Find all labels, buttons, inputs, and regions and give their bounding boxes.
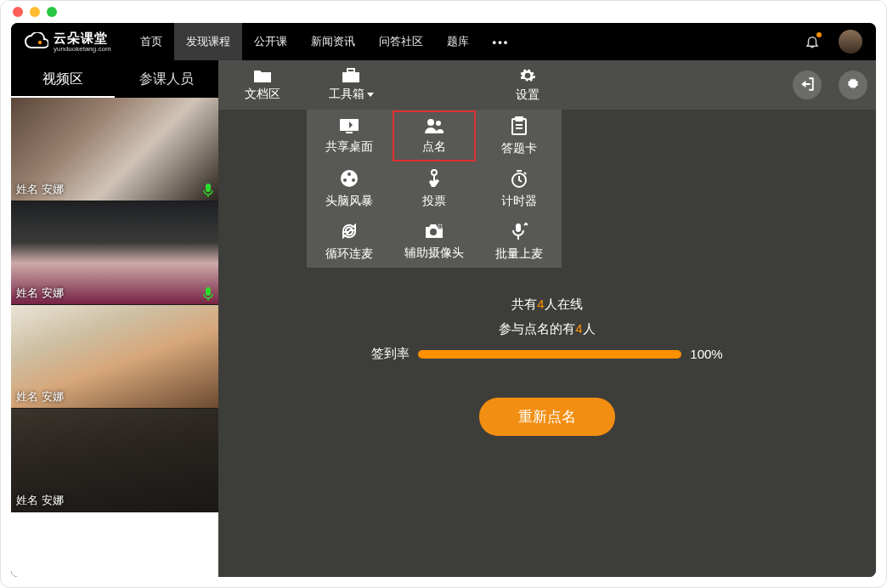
nav-more-button[interactable]: ••• <box>481 36 522 48</box>
mic-up-icon <box>511 222 528 243</box>
menu-timer[interactable]: 计时器 <box>477 162 562 215</box>
signin-rate-row: 签到率 100% <box>371 346 722 362</box>
svg-rect-2 <box>206 287 211 296</box>
menu-answer-card[interactable]: 答题卡 <box>477 110 562 162</box>
menu-aux-camera[interactable]: 辅助摄像头 <box>392 215 477 268</box>
svg-point-0 <box>38 41 42 44</box>
menu-label: 点名 <box>422 139 446 155</box>
exit-icon <box>799 76 815 94</box>
nav-news[interactable]: 新闻资讯 <box>299 23 367 60</box>
tab-participants[interactable]: 参课人员 <box>115 60 218 98</box>
people-icon <box>424 118 444 136</box>
online-count-text: 共有4人在线 <box>511 297 582 313</box>
settings-button[interactable]: 设置 <box>483 60 572 110</box>
screen-share-icon <box>339 118 359 136</box>
settings-gear-button[interactable] <box>839 71 867 99</box>
svg-rect-1 <box>206 184 211 192</box>
content-toolbar: 文档区 工具箱 设置 <box>218 60 876 110</box>
doc-area-button[interactable]: 文档区 <box>218 60 307 110</box>
menu-roll-call[interactable]: 点名 <box>392 110 477 162</box>
tab-video-area[interactable]: 视频区 <box>11 60 115 98</box>
timer-icon <box>510 169 528 190</box>
nav-qa-community[interactable]: 问答社区 <box>367 23 435 60</box>
top-nav: 云朵课堂 yunduoketang.com 首页 发现课程 公开课 新闻资讯 问… <box>11 23 876 60</box>
svg-point-18 <box>430 229 437 235</box>
menu-vote[interactable]: 投票 <box>392 162 477 215</box>
menu-label: 循环连麦 <box>325 246 373 262</box>
svg-rect-7 <box>346 132 353 133</box>
video-tile[interactable] <box>11 512 218 577</box>
svg-rect-20 <box>516 223 521 232</box>
signin-rate-label: 签到率 <box>371 346 410 362</box>
menu-label: 辅助摄像头 <box>404 246 464 261</box>
touch-icon <box>426 169 443 190</box>
menu-label: 答题卡 <box>501 141 537 156</box>
menu-label: 头脑风暴 <box>325 194 373 209</box>
gear-icon <box>519 67 536 84</box>
toolbox-menu: 共享桌面 点名 答题卡 头脑风暴 <box>307 110 562 268</box>
menu-label: 投票 <box>422 194 446 209</box>
svg-rect-11 <box>516 116 523 121</box>
nav-discover-courses[interactable]: 发现课程 <box>174 23 242 60</box>
briefcase-icon <box>342 68 360 83</box>
menu-label: 计时器 <box>501 194 537 209</box>
close-window-button[interactable] <box>13 7 23 17</box>
camera-plus-icon <box>424 223 444 242</box>
menu-brainstorm[interactable]: 头脑风暴 <box>307 162 392 215</box>
video-participant-name: 姓名 安娜 <box>16 389 64 404</box>
svg-rect-4 <box>347 69 354 72</box>
svg-point-13 <box>347 172 351 176</box>
video-tile[interactable]: 姓名 安娜 <box>11 409 218 512</box>
menu-label: 共享桌面 <box>325 139 373 155</box>
video-participant-name: 姓名 安娜 <box>16 493 64 508</box>
toolbox-label: 工具箱 <box>329 87 364 102</box>
card-icon <box>511 116 528 138</box>
nav-question-bank[interactable]: 题库 <box>435 23 481 60</box>
menu-cycle-mic[interactable]: 循环连麦 <box>307 215 392 268</box>
toolbox-button[interactable]: 工具箱 <box>307 60 395 110</box>
settings-label: 设置 <box>516 88 540 103</box>
video-participant-name: 姓名 安娜 <box>16 182 64 197</box>
svg-point-9 <box>436 121 441 126</box>
maximize-window-button[interactable] <box>47 7 57 17</box>
svg-point-8 <box>427 119 434 126</box>
menu-share-screen[interactable]: 共享桌面 <box>307 110 392 162</box>
brand-logo: 云朵课堂 yunduoketang.com <box>25 31 111 53</box>
signin-rate-value: 100% <box>690 347 722 361</box>
video-list: 姓名 安娜 姓名 安娜 姓名 安娜 姓名 安娜 <box>11 98 218 577</box>
notification-dot <box>816 32 822 37</box>
folder-icon <box>253 68 272 83</box>
svg-point-15 <box>352 178 355 182</box>
exit-button[interactable] <box>793 71 822 99</box>
participated-count-text: 参与点名的有4人 <box>499 321 595 337</box>
video-tile[interactable]: 姓名 安娜 <box>11 201 218 305</box>
mic-on-icon <box>203 287 213 301</box>
svg-point-14 <box>343 178 347 182</box>
video-participant-name: 姓名 安娜 <box>16 286 64 301</box>
video-tile[interactable]: 姓名 安娜 <box>11 98 218 201</box>
mic-on-icon <box>203 184 213 197</box>
cycle-icon <box>340 222 359 243</box>
window-titlebar <box>1 1 886 23</box>
video-thumbnail <box>11 512 218 577</box>
film-icon <box>340 169 359 190</box>
cloud-logo-icon <box>25 32 48 51</box>
chevron-down-icon <box>367 93 374 97</box>
svg-rect-3 <box>342 72 359 82</box>
signin-progress-bar <box>418 350 681 359</box>
left-sidebar: 视频区 参课人员 姓名 安娜 姓名 安娜 <box>11 60 218 577</box>
video-tile[interactable]: 姓名 安娜 <box>11 305 218 409</box>
menu-label: 批量上麦 <box>495 246 543 262</box>
nav-home[interactable]: 首页 <box>128 23 174 60</box>
main-content: 文档区 工具箱 设置 <box>218 60 876 577</box>
gear-icon <box>845 76 861 94</box>
notifications-button[interactable] <box>805 34 820 49</box>
menu-batch-mic[interactable]: 批量上麦 <box>477 215 562 268</box>
doc-area-label: 文档区 <box>245 87 280 102</box>
minimize-window-button[interactable] <box>30 7 40 17</box>
restart-rollcall-button[interactable]: 重新点名 <box>479 398 615 436</box>
user-avatar[interactable] <box>839 30 862 54</box>
nav-open-courses[interactable]: 公开课 <box>242 23 299 60</box>
brand-subtitle: yunduoketang.com <box>54 45 111 53</box>
